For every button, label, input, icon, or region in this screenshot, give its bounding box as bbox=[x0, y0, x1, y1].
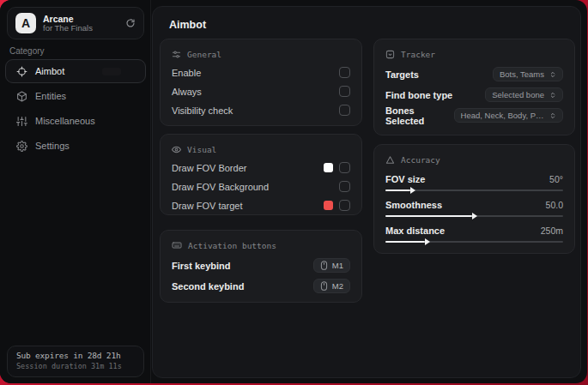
triangle-icon bbox=[385, 155, 395, 165]
sliders-icon bbox=[15, 116, 27, 127]
app-logo: A bbox=[15, 13, 36, 33]
page-title: Aimbot bbox=[169, 19, 206, 31]
sidebar-item-label: Entities bbox=[35, 91, 66, 101]
keybind-value: M2 bbox=[332, 281, 343, 291]
visibility-check-checkbox[interactable] bbox=[339, 105, 350, 116]
bones-selected-dropdown[interactable]: Head, Neck, Body, Pe... bbox=[454, 108, 563, 123]
session-duration-text: Session duration 31m 11s bbox=[16, 362, 135, 370]
slider-label: Smoothness bbox=[385, 200, 442, 210]
slider-fill[interactable] bbox=[385, 241, 425, 243]
entities-icon bbox=[15, 91, 27, 102]
general-card: General Enable Always Visibility check bbox=[160, 39, 362, 126]
fov-size-slider-block: FOV size 50° bbox=[385, 173, 563, 191]
chevron-updown-icon bbox=[549, 70, 556, 79]
general-title: General bbox=[187, 50, 221, 59]
setting-row-second-keybind: Second keybind M2 bbox=[172, 280, 350, 292]
setting-label: Second keybind bbox=[172, 281, 244, 292]
fov-target-color-swatch[interactable] bbox=[324, 201, 333, 210]
sidebar-item-label: Aimbot bbox=[35, 66, 64, 76]
aimbot-hover-badge bbox=[102, 68, 121, 75]
smoothness-slider-block: Smoothness 50.0 bbox=[385, 199, 563, 217]
sub-expiry-text: Sub expires in 28d 21h bbox=[16, 351, 135, 360]
activation-buttons-card: Activation buttons First keybind M1 Seco… bbox=[160, 230, 362, 303]
mouse-icon bbox=[320, 281, 328, 291]
app-window: A Arcane for The Finals Category bbox=[0, 0, 587, 383]
keyboard-icon bbox=[172, 240, 182, 250]
sidebar: A Arcane for The Finals Category bbox=[0, 0, 151, 383]
dropdown-value: Bots, Teams bbox=[500, 69, 544, 79]
setting-label: Enable bbox=[172, 68, 201, 78]
visual-card: Visual Draw FOV Border Draw FOV Backgrou… bbox=[160, 134, 362, 215]
desktop-background: A Arcane for The Finals Category bbox=[0, 0, 588, 385]
first-keybind-button[interactable]: M1 bbox=[313, 258, 350, 273]
tracker-card: Tracker Targets Bots, Teams Find bone ty… bbox=[373, 39, 575, 135]
slider-label: Max distance bbox=[385, 226, 445, 236]
brand-card: A Arcane for The Finals bbox=[7, 7, 144, 39]
slider-fill[interactable] bbox=[385, 215, 472, 217]
visual-title: Visual bbox=[187, 145, 216, 154]
max-distance-slider[interactable] bbox=[385, 241, 563, 243]
setting-label: First keybind bbox=[172, 261, 230, 271]
setting-label: Draw FOV Background bbox=[172, 182, 269, 192]
activation-title: Activation buttons bbox=[188, 241, 276, 250]
setting-label: Draw FOV Border bbox=[172, 163, 246, 173]
app-subtitle: for The Finals bbox=[43, 24, 118, 33]
sidebar-item-miscellaneous[interactable]: Miscellaneous bbox=[5, 109, 146, 133]
accuracy-title: Accuracy bbox=[401, 155, 440, 165]
setting-row-bones-selected: Bones Selected Head, Neck, Body, Pe... bbox=[385, 109, 563, 122]
main-panel: Aimbot General Enable Always bbox=[152, 6, 581, 378]
setting-row-targets: Targets Bots, Teams bbox=[385, 68, 563, 81]
sidebar-item-label: Settings bbox=[35, 141, 70, 151]
setting-row-fov-background: Draw FOV Background bbox=[172, 180, 350, 193]
always-checkbox[interactable] bbox=[339, 86, 350, 97]
setting-row-visibility-check: Visibility check bbox=[172, 104, 350, 117]
setting-label: Bones Selected bbox=[385, 105, 454, 126]
smoothness-slider[interactable] bbox=[385, 215, 563, 217]
sidebar-nav: Aimbot Entities bbox=[5, 59, 146, 159]
setting-row-fov-target: Draw FOV target bbox=[172, 199, 350, 212]
sidebar-item-label: Miscellaneous bbox=[35, 116, 95, 126]
fov-background-checkbox[interactable] bbox=[339, 181, 350, 192]
general-icon bbox=[172, 50, 181, 59]
targets-dropdown[interactable]: Bots, Teams bbox=[493, 67, 563, 81]
setting-label: Draw FOV target bbox=[172, 201, 243, 211]
fov-size-slider[interactable] bbox=[385, 189, 563, 191]
sidebar-item-entities[interactable]: Entities bbox=[5, 84, 146, 108]
enable-checkbox[interactable] bbox=[339, 67, 350, 78]
category-label: Category bbox=[9, 46, 45, 56]
sidebar-item-settings[interactable]: Settings bbox=[5, 134, 146, 158]
tracker-icon bbox=[385, 50, 395, 59]
slider-fill[interactable] bbox=[385, 189, 410, 191]
chevron-updown-icon bbox=[549, 91, 556, 99]
gear-icon bbox=[15, 141, 27, 152]
setting-label: Targets bbox=[385, 69, 419, 80]
mouse-icon bbox=[320, 261, 328, 270]
accuracy-card: Accuracy FOV size 50° Smoothness 50.0 bbox=[373, 144, 575, 254]
dropdown-value: Head, Neck, Body, Pe... bbox=[461, 111, 544, 120]
subscription-info-card: Sub expires in 28d 21h Session duration … bbox=[7, 346, 144, 377]
setting-row-fov-border: Draw FOV Border bbox=[172, 161, 350, 174]
chevron-updown-icon bbox=[549, 111, 556, 120]
second-keybind-button[interactable]: M2 bbox=[313, 279, 350, 293]
refresh-icon[interactable] bbox=[125, 18, 136, 28]
app-name: Arcane bbox=[43, 14, 118, 24]
setting-row-enable: Enable bbox=[172, 66, 350, 79]
slider-label: FOV size bbox=[385, 174, 425, 184]
setting-row-first-keybind: First keybind M1 bbox=[172, 259, 350, 272]
slider-value: 250m bbox=[541, 226, 563, 236]
slider-value: 50.0 bbox=[546, 200, 563, 210]
find-bone-type-dropdown[interactable]: Selected bone bbox=[485, 87, 563, 102]
slider-value: 50° bbox=[549, 174, 563, 184]
crosshair-icon bbox=[15, 66, 27, 77]
setting-row-always: Always bbox=[172, 85, 350, 98]
fov-border-checkbox[interactable] bbox=[339, 162, 350, 173]
sidebar-item-aimbot[interactable]: Aimbot bbox=[5, 59, 146, 83]
fov-target-checkbox[interactable] bbox=[339, 200, 350, 211]
fov-border-color-swatch[interactable] bbox=[324, 163, 333, 172]
eye-icon bbox=[172, 145, 181, 154]
setting-label: Visibility check bbox=[172, 105, 233, 116]
setting-label: Always bbox=[172, 87, 202, 97]
keybind-value: M1 bbox=[332, 261, 343, 270]
setting-label: Find bone type bbox=[385, 90, 452, 100]
tracker-title: Tracker bbox=[401, 50, 435, 59]
